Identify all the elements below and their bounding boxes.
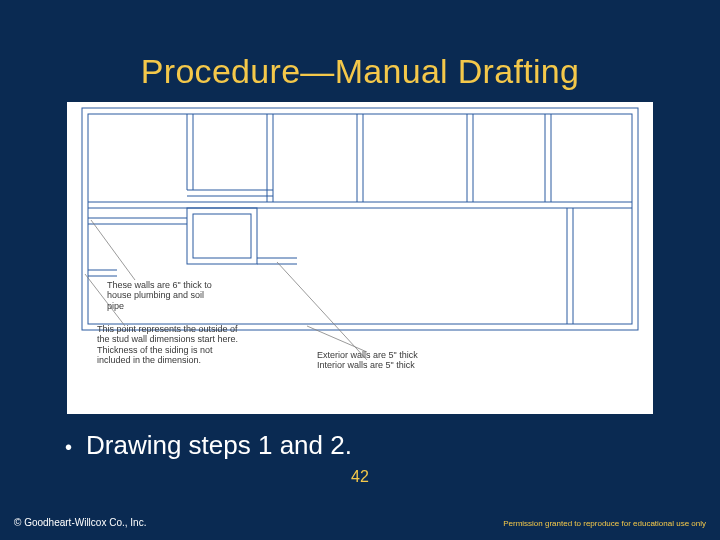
svg-rect-18 (187, 208, 257, 264)
slide-number: 42 (0, 468, 720, 486)
permission-text: Permission granted to reproduce for educ… (503, 519, 706, 528)
svg-line-29 (277, 262, 367, 360)
slide-title: Procedure—Manual Drafting (0, 52, 720, 91)
annotation-stud-point: This point represents the outside of the… (97, 324, 247, 365)
copyright-text: © Goodheart-Willcox Co., Inc. (14, 517, 146, 528)
bullet-dot-icon: • (65, 434, 72, 460)
svg-rect-19 (193, 214, 251, 258)
annotation-walls-thick: These walls are 6" thick to house plumbi… (107, 280, 217, 311)
bullet-item: • Drawing steps 1 and 2. (65, 430, 352, 461)
annotation-exterior-interior: Exterior walls are 5" thick Interior wal… (317, 350, 487, 371)
bullet-text: Drawing steps 1 and 2. (86, 430, 352, 461)
slide: Procedure—Manual Drafting (0, 0, 720, 540)
svg-line-26 (91, 220, 135, 280)
floor-plan-figure: These walls are 6" thick to house plumbi… (67, 102, 653, 414)
